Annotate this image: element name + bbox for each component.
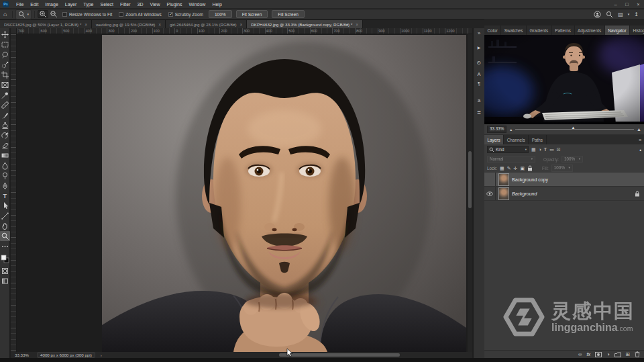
- lock-all-icon[interactable]: [527, 165, 533, 171]
- minimize-button[interactable]: –: [610, 1, 621, 7]
- lock-artboard-icon[interactable]: ▣: [520, 166, 525, 171]
- ruler-corner[interactable]: [11, 28, 17, 34]
- actions-panel-icon[interactable]: ▶: [478, 46, 481, 50]
- new-layer-icon[interactable]: ⊞: [626, 351, 630, 357]
- checkbox-box[interactable]: ✓: [62, 12, 67, 17]
- quick-mask-icon[interactable]: [3, 269, 8, 274]
- menu-item[interactable]: Filter: [117, 2, 134, 7]
- path-selection-tool-icon[interactable]: [4, 202, 8, 209]
- menu-item[interactable]: Layer: [62, 2, 80, 7]
- lock-image-pixels-icon[interactable]: ✎: [507, 166, 511, 171]
- pen-tool-icon[interactable]: [3, 183, 7, 189]
- layer-row[interactable]: Background: [484, 187, 644, 201]
- history-panel-icon[interactable]: ⊙: [477, 60, 481, 66]
- hand-tool-icon[interactable]: [3, 223, 7, 229]
- expand-dock-icon[interactable]: »: [478, 31, 480, 36]
- dodge-tool-icon[interactable]: [3, 173, 7, 179]
- navigator-zoom-value[interactable]: 33.33%: [487, 126, 506, 132]
- new-group-icon[interactable]: [614, 352, 621, 357]
- layer-thumbnail[interactable]: [499, 174, 508, 185]
- document-size-info[interactable]: 4000 px x 6000 px (300 ppi): [37, 352, 95, 358]
- vertical-scrollbar-thumb[interactable]: [468, 151, 472, 208]
- tab-close-icon[interactable]: ×: [240, 22, 243, 27]
- blur-tool-icon[interactable]: [3, 163, 7, 169]
- options-button[interactable]: 100%: [209, 10, 232, 18]
- zoom-tool-preset[interactable]: ▾: [15, 9, 32, 19]
- slider-thumb-icon[interactable]: ▲: [571, 126, 575, 130]
- vertical-ruler[interactable]: [11, 34, 17, 352]
- menu-item[interactable]: File: [13, 2, 27, 7]
- portrait-photo[interactable]: [102, 35, 466, 352]
- layers-panel-tab[interactable]: Layers: [484, 135, 504, 144]
- panel-tab[interactable]: Color: [484, 26, 501, 35]
- account-avatar-icon[interactable]: [594, 11, 601, 18]
- layer-row[interactable]: Background copy: [484, 173, 644, 187]
- type-tool-icon[interactable]: T: [3, 193, 7, 199]
- panel-tab[interactable]: Patterns: [552, 26, 575, 35]
- filter-shape-layers-icon[interactable]: ▭: [549, 147, 554, 152]
- panel-tab[interactable]: Adjustments: [575, 26, 605, 35]
- menu-item[interactable]: Select: [97, 2, 117, 7]
- document-tab[interactable]: DSCF1825.jpg @ 50% (Layer 1, RGB/8) * ×: [0, 20, 92, 28]
- crop-tool-icon[interactable]: [1, 71, 9, 79]
- options-button[interactable]: Fill Screen: [272, 10, 305, 18]
- lock-position-icon[interactable]: ✛: [514, 166, 518, 171]
- visibility-toggle[interactable]: [484, 187, 496, 200]
- checkbox-box[interactable]: ✓: [168, 12, 173, 17]
- option-checkbox[interactable]: ✓ Zoom All Windows: [119, 12, 161, 17]
- panel-tab[interactable]: Swatches: [501, 26, 527, 35]
- home-icon[interactable]: ⌂: [3, 11, 7, 17]
- frame-tool-icon[interactable]: [2, 83, 8, 88]
- options-button[interactable]: Fit Screen: [236, 10, 268, 18]
- foreground-background-colors[interactable]: [1, 255, 9, 263]
- layer-thumbnail[interactable]: [499, 188, 508, 199]
- link-layers-icon[interactable]: ∞: [578, 351, 582, 357]
- navigator-zoom-slider[interactable]: ▲: [515, 129, 634, 130]
- menu-item[interactable]: Help: [209, 2, 225, 7]
- filter-toggle-icon[interactable]: ●: [639, 148, 641, 152]
- filter-adjustment-layers-icon[interactable]: ◑: [539, 147, 541, 152]
- opacity-select[interactable]: 100% ▾: [561, 156, 583, 163]
- layers-menu-icon[interactable]: ≡: [639, 135, 644, 144]
- adjustment-layer-icon[interactable]: ◑: [606, 351, 610, 357]
- menu-item[interactable]: Edit: [27, 2, 42, 7]
- zoom-out-mountain-icon[interactable]: ▲: [509, 128, 513, 132]
- menu-item[interactable]: Window: [186, 2, 209, 7]
- kind-filter-dropd own[interactable]: Kind ▾: [487, 146, 529, 153]
- option-checkbox[interactable]: ✓ Scrubby Zoom: [168, 12, 203, 17]
- menu-item[interactable]: Plugins: [164, 2, 186, 7]
- eraser-tool-icon[interactable]: [2, 144, 8, 148]
- healing-brush-tool-icon[interactable]: [1, 101, 9, 109]
- search-icon[interactable]: [606, 11, 613, 18]
- menu-item[interactable]: View: [147, 2, 164, 7]
- history-brush-tool-icon[interactable]: [2, 132, 9, 138]
- filter-smart-objects-icon[interactable]: ⊡: [557, 147, 561, 152]
- document-tab[interactable]: DKPH4632.jpg @ 33.3% (Background copy, R…: [247, 20, 363, 28]
- quick-selection-tool-icon[interactable]: [2, 61, 8, 67]
- share-icon[interactable]: ↥: [634, 11, 639, 17]
- visibility-toggle[interactable]: [484, 173, 496, 186]
- edit-toolbar-icon[interactable]: [2, 246, 8, 247]
- document-tab[interactable]: wedding.jpg @ 19.5% (RGB/8#) ×: [92, 20, 166, 28]
- status-zoom-level[interactable]: 33.33%: [15, 353, 29, 357]
- filter-type-layers-icon[interactable]: T: [544, 147, 547, 152]
- zoom-in-mountain-icon[interactable]: ▲: [637, 127, 641, 132]
- lasso-tool-icon[interactable]: [3, 52, 8, 58]
- paragraph-panel-icon[interactable]: ¶: [478, 81, 480, 87]
- menu-item[interactable]: 3D: [134, 2, 147, 7]
- workspace-switcher-icon[interactable]: ▤: [618, 11, 623, 17]
- layer-effects-icon[interactable]: fx: [586, 352, 590, 357]
- brush-tool-icon[interactable]: [2, 113, 8, 119]
- zoom-out-button[interactable]: [48, 10, 59, 18]
- move-tool-icon[interactable]: [1, 31, 9, 38]
- filter-pixel-layers-icon[interactable]: ▦: [531, 147, 536, 152]
- horizontal-ruler[interactable]: 7006005004003002001000100200300400500600…: [17, 28, 472, 34]
- document-tab[interactable]: girl-2645464.jpg @ 23.1% (RGB/8#) ×: [166, 20, 247, 28]
- layer-comps-panel-icon[interactable]: ≣: [477, 110, 481, 116]
- tab-close-icon[interactable]: ×: [356, 22, 358, 27]
- panel-tab[interactable]: Navigator: [605, 26, 630, 35]
- lock-transparent-pixels-icon[interactable]: ▦: [500, 166, 504, 171]
- menu-item[interactable]: Image: [42, 2, 61, 7]
- menu-item[interactable]: Type: [80, 2, 97, 7]
- option-checkbox[interactable]: ✓ Resize Windows to Fit: [62, 12, 112, 17]
